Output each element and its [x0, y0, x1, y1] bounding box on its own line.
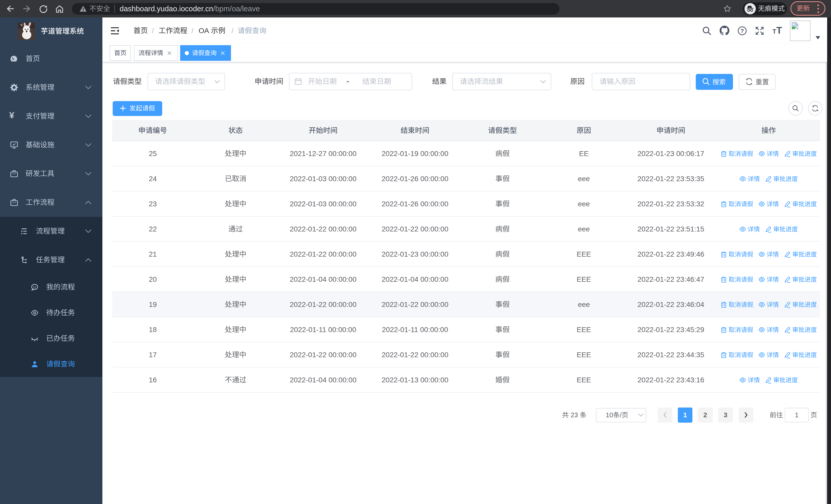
svg-text:?: ?: [740, 28, 744, 34]
svg-text:/: /: [231, 27, 233, 34]
svg-text:/: /: [192, 27, 194, 34]
svg-text:10: 10: [606, 412, 613, 419]
svg-text:/: /: [152, 27, 154, 34]
svg-text:23: 23: [569, 412, 580, 419]
svg-text:/: /: [620, 412, 622, 419]
svg-text:OA: OA: [199, 27, 211, 34]
svg-text:-: -: [346, 77, 349, 85]
